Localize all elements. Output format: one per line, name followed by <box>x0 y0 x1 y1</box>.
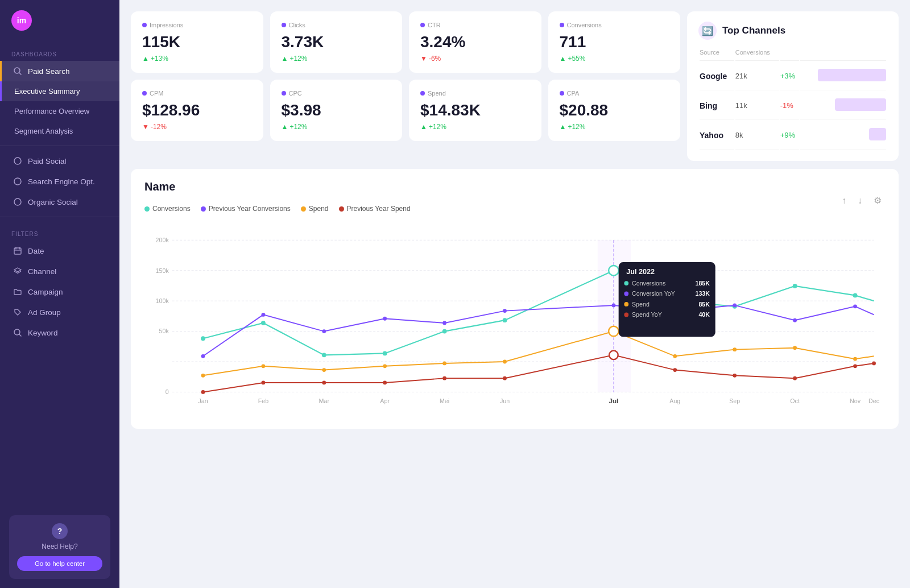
sidebar-item-performance-overview[interactable]: Performance Overview <box>0 101 119 121</box>
sidebar-item-seo[interactable]: Search Engine Opt. <box>0 171 119 192</box>
circle-icon <box>13 156 22 165</box>
svg-point-58 <box>201 390 205 394</box>
metric-value: $20.88 <box>560 101 669 119</box>
svg-point-52 <box>503 360 507 364</box>
svg-point-48 <box>262 364 266 368</box>
folder-icon <box>13 287 22 296</box>
svg-text:50k: 50k <box>159 328 169 334</box>
filter-adgroup[interactable]: Ad Group <box>0 302 119 322</box>
channel-change: +9% <box>780 121 799 150</box>
filter-channel-label: Channel <box>28 267 56 276</box>
metric-change: ▼ -12% <box>142 123 252 131</box>
svg-point-54 <box>673 354 677 358</box>
filter-keyword[interactable]: Keyword <box>0 322 119 343</box>
arrow-up-icon: ▲ <box>142 55 149 63</box>
svg-point-30 <box>503 318 507 322</box>
metrics-row-1: Impressions 115K ▲ +13% Clicks 3.73K <box>131 11 680 73</box>
svg-text:150k: 150k <box>156 267 169 274</box>
metric-value: $128.96 <box>142 101 252 119</box>
metrics-row-2: CPM $128.96 ▼ -12% CPC $3.98 ▲ <box>131 80 680 141</box>
svg-text:Apr: Apr <box>380 397 390 404</box>
channels-title: Top Channels <box>722 25 785 36</box>
svg-point-40 <box>442 321 446 325</box>
svg-point-55 <box>733 347 737 351</box>
svg-point-41 <box>503 309 507 313</box>
svg-point-45 <box>793 318 797 322</box>
svg-point-84 <box>624 281 628 285</box>
svg-point-4 <box>14 198 21 205</box>
sidebar-bottom: ? Need Help? Go to help center <box>0 506 119 588</box>
channel-source: Bing <box>700 92 734 120</box>
svg-point-62 <box>442 376 446 380</box>
metric-dot <box>142 91 147 96</box>
channel-conversions: 21k <box>735 62 779 90</box>
svg-point-63 <box>503 376 507 380</box>
svg-point-36 <box>201 354 205 358</box>
legend-item: Spend <box>301 205 329 213</box>
svg-point-56 <box>793 346 797 350</box>
sidebar-divider <box>0 146 119 146</box>
chart-upload-button[interactable]: ↑ <box>838 194 850 207</box>
sidebar-divider-2 <box>0 217 119 217</box>
search-icon <box>13 67 22 76</box>
metric-cpc: CPC $3.98 ▲ +12% <box>270 80 403 141</box>
svg-point-29 <box>442 329 447 334</box>
chart-download-button[interactable]: ↓ <box>854 194 866 207</box>
dashboards-label: DASHBOARDS <box>0 41 119 61</box>
sidebar-item-label: Paid Social <box>28 157 67 165</box>
help-text: Need Help? <box>17 543 102 550</box>
svg-text:0: 0 <box>166 388 169 395</box>
svg-point-25 <box>201 336 205 341</box>
chart-tooltip: Jul 2022 Conversions 185K Conversion YoY… <box>619 262 715 337</box>
svg-text:Conversion YoY: Conversion YoY <box>632 290 675 297</box>
svg-point-64 <box>609 351 618 360</box>
filter-channel[interactable]: Channel <box>0 261 119 281</box>
metric-clicks: Clicks 3.73K ▲ +12% <box>270 11 403 73</box>
metric-dot <box>282 91 286 96</box>
svg-text:100k: 100k <box>156 297 169 304</box>
legend-item: Previous Year Conversions <box>201 205 291 213</box>
svg-point-87 <box>624 292 628 296</box>
channels-header: 🔄 Top Channels <box>698 22 887 40</box>
sidebar-item-paid-search[interactable]: Paid Search <box>0 61 119 81</box>
svg-point-2 <box>14 158 21 164</box>
channel-source: Yahoo <box>700 121 734 150</box>
legend-item: Conversions <box>144 205 191 213</box>
svg-line-1 <box>19 73 21 74</box>
sidebar-item-executive-summary[interactable]: Executive Summary <box>0 81 119 101</box>
filter-date-label: Date <box>28 247 44 255</box>
chart-svg: 200k 150k 100k 50k 0 <box>144 226 885 420</box>
metric-value: $3.98 <box>282 101 391 119</box>
filter-date[interactable]: Date <box>0 241 119 261</box>
sidebar-item-organic-social[interactable]: Organic Social <box>0 192 119 212</box>
help-center-button[interactable]: Go to help center <box>17 556 102 571</box>
sidebar-item-label: Organic Social <box>28 198 78 206</box>
sidebar-item-label: Search Engine Opt. <box>28 177 95 186</box>
legend-dot <box>339 206 344 212</box>
metrics-left: Impressions 115K ▲ +13% Clicks 3.73K <box>131 11 680 141</box>
svg-point-93 <box>624 313 628 317</box>
sidebar-item-segment-analysis[interactable]: Segment Analysis <box>0 121 119 141</box>
col-bar <box>800 49 886 61</box>
svg-text:Jul: Jul <box>609 397 619 404</box>
metric-change: ▲ +12% <box>282 55 391 63</box>
svg-point-37 <box>262 313 266 317</box>
chart-settings-button[interactable]: ⚙ <box>870 194 885 207</box>
col-change <box>780 49 799 61</box>
filters-label: FILTERS <box>0 222 119 241</box>
sidebar: im DASHBOARDS Paid Search Executive Summ… <box>0 0 119 588</box>
filter-campaign[interactable]: Campaign <box>0 281 119 302</box>
svg-point-31 <box>609 266 618 275</box>
chart-legend: ConversionsPrevious Year ConversionsSpen… <box>144 205 838 213</box>
layers-icon <box>13 267 22 276</box>
top-channels-card: 🔄 Top Channels Source Conversions Google… <box>687 11 899 161</box>
chart-card: Name ConversionsPrevious Year Conversion… <box>131 169 899 429</box>
metric-dot <box>560 23 564 27</box>
svg-point-66 <box>733 374 737 378</box>
svg-text:85K: 85K <box>698 301 710 308</box>
metric-value: 115K <box>142 33 252 51</box>
svg-point-39 <box>383 317 387 321</box>
svg-point-38 <box>322 329 326 333</box>
sidebar-item-paid-social[interactable]: Paid Social <box>0 151 119 171</box>
svg-point-69 <box>872 362 876 366</box>
